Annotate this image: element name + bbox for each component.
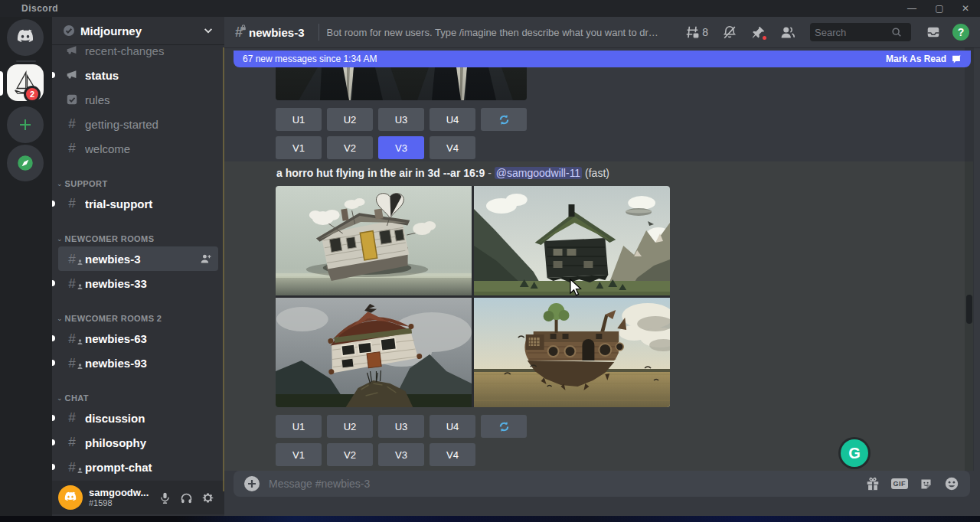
grid-image-floating-ship-house[interactable] [474, 298, 670, 407]
channel-discussion[interactable]: # discussion [52, 406, 224, 430]
member-list-button[interactable] [779, 24, 795, 41]
megaphone-icon [64, 68, 80, 82]
u3-button[interactable]: U3 [378, 108, 424, 131]
window-close-button[interactable]: ✕ [954, 2, 977, 15]
new-messages-bar[interactable]: 67 new messages since 1:34 AM Mark As Re… [234, 51, 971, 67]
threads-icon [684, 24, 700, 40]
u1-button[interactable]: U1 [276, 108, 322, 131]
channel-status[interactable]: status [52, 63, 224, 87]
unread-dot [52, 464, 55, 470]
pin-alert-dot [761, 34, 768, 41]
search-input[interactable] [815, 27, 891, 38]
v3-button-highlighted[interactable]: V3 [378, 136, 424, 159]
category-support[interactable]: ⌄ SUPPORT [52, 170, 224, 191]
message1-image-attachment[interactable] [276, 67, 527, 100]
channel-header: # newbies-3 Bot room for new users. Type… [224, 17, 980, 47]
hash-people-icon: # [64, 253, 80, 266]
new-messages-text: 67 new messages since 1:34 AM [243, 54, 886, 64]
threads-button[interactable]: 8 [684, 24, 708, 40]
channel-newbies-33[interactable]: # newbies-33 [52, 271, 224, 295]
channel-trial-support[interactable]: # trial-support [52, 191, 224, 216]
refresh-icon [498, 420, 511, 433]
mark-read-icon [951, 54, 962, 64]
selected-server-pill [0, 71, 3, 96]
v4-button[interactable]: V4 [430, 136, 475, 159]
v2-button[interactable]: V2 [327, 443, 373, 466]
category-newcomer-rooms[interactable]: ⌄ NEWCOMER ROOMS [52, 225, 224, 246]
message2-upscale-row: U1 U2 U3 U4 [276, 415, 582, 438]
discord-home-button[interactable] [7, 19, 44, 56]
channel-newbies-93[interactable]: # newbies-93 [52, 351, 224, 375]
server-header-dropdown[interactable]: Midjourney [52, 17, 224, 44]
gift-icon [865, 476, 880, 491]
chat-scrollbar-track[interactable] [965, 47, 974, 471]
channel-newbies-3[interactable]: # newbies-3 [58, 246, 218, 271]
category-chat[interactable]: ⌄ CHAT [52, 384, 224, 406]
user-info[interactable]: samgoodw... #1598 [89, 488, 154, 507]
hash-icon: # [64, 435, 80, 450]
gift-button[interactable] [865, 476, 880, 491]
hash-icon: # [64, 196, 80, 211]
emoji-picker-button[interactable] [944, 476, 959, 491]
message-input[interactable] [269, 478, 854, 490]
chat-scrollbar-thumb[interactable] [966, 295, 972, 324]
u4-button[interactable]: U4 [430, 108, 475, 131]
gif-picker-button[interactable]: GIF [891, 478, 909, 489]
grid-image-mountain-cabin[interactable] [474, 186, 670, 295]
discord-logo-icon [15, 29, 36, 46]
u4-button[interactable]: U4 [430, 415, 475, 438]
user-mention[interactable]: @samgoodwill-11 [495, 167, 582, 179]
server-name: Midjourney [80, 24, 203, 38]
add-server-button[interactable] [7, 106, 44, 143]
channel-topic[interactable]: Bot room for new users. Type /imagine th… [327, 27, 664, 38]
v1-button[interactable]: V1 [276, 136, 322, 159]
channel-newbies-63[interactable]: # newbies-63 [52, 326, 224, 351]
plus-icon [18, 117, 33, 132]
channel-getting-started[interactable]: # getting-started [52, 112, 224, 136]
v1-button[interactable]: V1 [276, 443, 322, 466]
u1-button[interactable]: U1 [276, 415, 322, 438]
hash-people-icon: # [64, 357, 80, 370]
message2-image-grid [276, 186, 670, 407]
notifications-muted-button[interactable] [722, 24, 737, 40]
channel-prompt-chat[interactable]: # prompt-chat [52, 455, 224, 479]
window-maximize-button[interactable]: ▢ [928, 2, 951, 15]
grid-image-crooked-house[interactable] [276, 298, 472, 407]
message2-variation-row: V1 V2 V3 V4 [276, 443, 582, 466]
user-avatar[interactable] [58, 485, 83, 510]
main-content: # newbies-3 Bot room for new users. Type… [224, 17, 980, 515]
u2-button[interactable]: U2 [327, 108, 373, 131]
deafen-button[interactable] [175, 487, 197, 508]
chevron-down-icon: ⌄ [57, 315, 63, 322]
grammarly-button[interactable]: G [841, 439, 868, 467]
unread-dot [52, 280, 55, 286]
v4-button[interactable]: V4 [430, 443, 475, 466]
explore-servers-button[interactable] [7, 145, 44, 181]
v2-button[interactable]: V2 [327, 136, 373, 159]
channel-welcome[interactable]: # welcome [52, 136, 224, 161]
u3-button[interactable]: U3 [378, 415, 424, 438]
chevron-down-icon: ⌄ [57, 180, 63, 188]
mark-as-read-button[interactable]: Mark As Read [886, 54, 946, 64]
channel-philosophy[interactable]: # philosophy [52, 430, 224, 455]
grid-image-balloon-house[interactable] [276, 186, 472, 295]
help-button[interactable]: ? [952, 24, 969, 41]
members-icon [779, 24, 795, 41]
category-newcomer-rooms-2[interactable]: ⌄ NEWCOMER ROOMS 2 [52, 305, 224, 326]
reroll-button[interactable] [481, 108, 527, 131]
sticker-icon [919, 477, 933, 491]
channel-rules[interactable]: rules [52, 87, 224, 112]
search-box[interactable] [810, 23, 911, 41]
invite-members-button[interactable] [200, 253, 212, 265]
attach-file-button[interactable] [244, 476, 260, 491]
mute-microphone-button[interactable] [154, 487, 175, 508]
window-minimize-button[interactable]: — [900, 2, 923, 15]
pinned-messages-button[interactable] [751, 25, 766, 40]
reroll-button[interactable] [481, 415, 527, 438]
v3-button[interactable]: V3 [378, 443, 424, 466]
hash-icon: # [64, 141, 80, 156]
user-settings-button[interactable] [197, 487, 218, 508]
u2-button[interactable]: U2 [327, 415, 373, 438]
sticker-picker-button[interactable] [919, 477, 933, 491]
inbox-button[interactable] [926, 24, 941, 40]
